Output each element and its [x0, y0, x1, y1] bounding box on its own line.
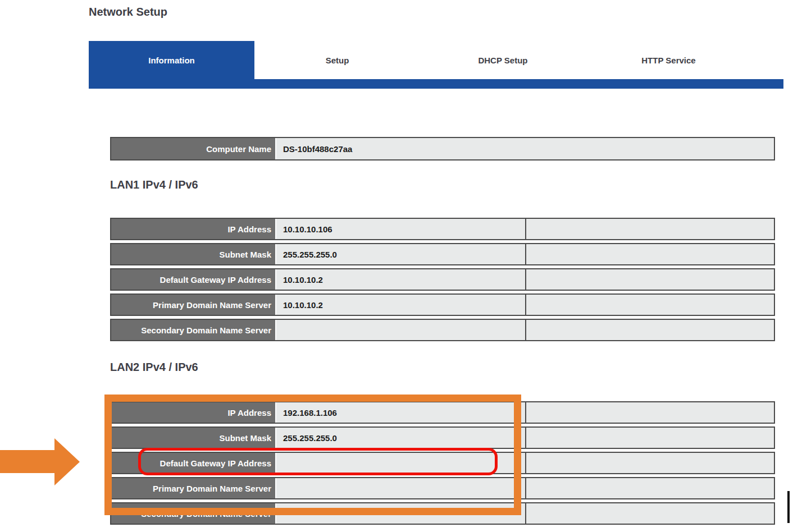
field-extra-cell — [526, 269, 774, 290]
lan2-table: IP Address192.168.1.106Subnet Mask255.25… — [110, 401, 775, 528]
field-extra-cell — [526, 295, 774, 315]
table-row: Default Gateway IP Address10.10.10.2 — [110, 268, 775, 291]
table-row: Subnet Mask255.255.255.0 — [110, 243, 775, 265]
field-value: 10.10.10.106 — [276, 219, 526, 239]
field-value — [276, 453, 526, 473]
field-extra-cell — [526, 244, 774, 264]
field-label: Subnet Mask — [111, 244, 276, 264]
computer-name-label: Computer Name — [111, 138, 276, 159]
field-value: 255.255.255.0 — [276, 244, 526, 264]
field-value — [276, 320, 526, 340]
tab-information[interactable]: Information — [89, 41, 254, 79]
field-label: Primary Domain Name Server — [111, 295, 276, 315]
orange-arrow — [0, 450, 54, 473]
field-value: 10.10.10.2 — [276, 269, 526, 290]
field-value — [276, 478, 526, 498]
field-value: 10.10.10.2 — [276, 295, 526, 315]
field-label: Secondary Domain Name Server — [111, 503, 276, 524]
computer-name-row: Computer Name DS-10bf488c27aa — [110, 137, 775, 160]
field-label: Default Gateway IP Address — [111, 269, 276, 290]
field-label: Default Gateway IP Address — [111, 453, 276, 473]
field-label: Secondary Domain Name Server — [111, 320, 276, 340]
field-value: 192.168.1.106 — [276, 402, 526, 423]
table-row: Secondary Domain Name Server — [110, 502, 775, 525]
field-label: Primary Domain Name Server — [111, 478, 276, 498]
field-extra-cell — [526, 219, 774, 239]
tab-dhcp-setup[interactable]: DHCP Setup — [420, 41, 586, 79]
table-row: Primary Domain Name Server10.10.10.2 — [110, 293, 775, 316]
field-label: IP Address — [111, 219, 276, 239]
table-row: Default Gateway IP Address — [110, 452, 775, 474]
computer-name-value: DS-10bf488c27aa — [276, 138, 774, 159]
tab-underline — [89, 79, 783, 89]
lan1-table: IP Address10.10.10.106Subnet Mask255.255… — [110, 218, 775, 344]
tab-bar: InformationSetupDHCP SetupHTTP Service — [89, 41, 783, 89]
tab-setup[interactable]: Setup — [254, 41, 420, 79]
field-label: Subnet Mask — [111, 428, 276, 448]
page-title: Network Setup — [89, 6, 167, 19]
table-row: Secondary Domain Name Server — [110, 319, 775, 341]
field-extra-cell — [526, 402, 774, 423]
field-value: 255.255.255.0 — [276, 428, 526, 448]
field-extra-cell — [526, 453, 774, 473]
field-label: IP Address — [111, 402, 276, 423]
cursor-mark — [787, 491, 790, 523]
table-row: Primary Domain Name Server — [110, 477, 775, 499]
table-row: IP Address10.10.10.106 — [110, 218, 775, 240]
field-extra-cell — [526, 503, 774, 524]
table-row: IP Address192.168.1.106 — [110, 401, 775, 424]
field-extra-cell — [526, 320, 774, 340]
field-extra-cell — [526, 478, 774, 498]
table-row: Subnet Mask255.255.255.0 — [110, 426, 775, 449]
orange-arrow-head-icon — [54, 438, 80, 485]
tab-http-service[interactable]: HTTP Service — [586, 41, 751, 79]
field-value — [276, 503, 526, 524]
field-extra-cell — [526, 428, 774, 448]
section-heading-lan2: LAN2 IPv4 / IPv6 — [110, 361, 198, 374]
section-heading-lan1: LAN1 IPv4 / IPv6 — [110, 178, 198, 191]
